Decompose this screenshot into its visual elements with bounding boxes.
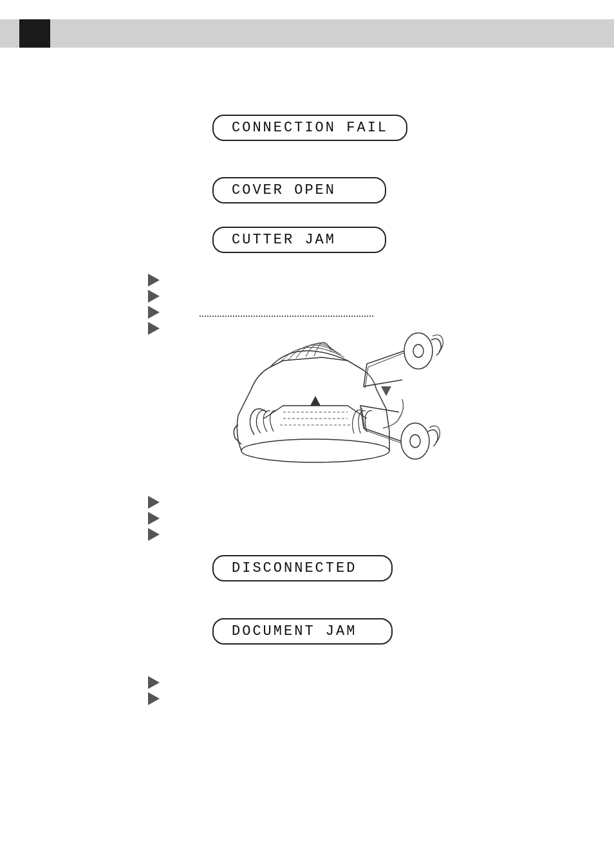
arrow-8 [148, 676, 160, 689]
arrow-7 [148, 528, 160, 541]
arrow-1 [148, 274, 160, 287]
svg-marker-7 [381, 386, 391, 396]
arrow-6 [148, 512, 160, 525]
dotted-border [200, 316, 373, 317]
svg-point-5 [404, 333, 433, 369]
arrow-3 [148, 306, 160, 319]
page: CONNECTION FAIL COVER OPEN CUTTER JAM [0, 0, 614, 868]
svg-marker-4 [310, 396, 321, 406]
illustration-area [200, 316, 457, 476]
cutter-jam-box: CUTTER JAM [212, 227, 386, 253]
document-jam-box: DOCUMENT JAM [212, 618, 393, 645]
arrow-9 [148, 692, 160, 705]
header-black-block [19, 19, 50, 48]
cover-open-box: COVER OPEN [212, 177, 386, 203]
header-bar [0, 19, 614, 48]
svg-point-8 [401, 423, 429, 459]
arrow-2 [148, 290, 160, 303]
svg-point-6 [413, 344, 423, 357]
disconnected-box: DISCONNECTED [212, 555, 393, 581]
svg-point-9 [410, 435, 420, 448]
roll-illustration [354, 328, 451, 470]
connection-fail-box: CONNECTION FAIL [212, 115, 407, 141]
arrow-5 [148, 496, 160, 509]
arrow-4 [148, 322, 160, 335]
